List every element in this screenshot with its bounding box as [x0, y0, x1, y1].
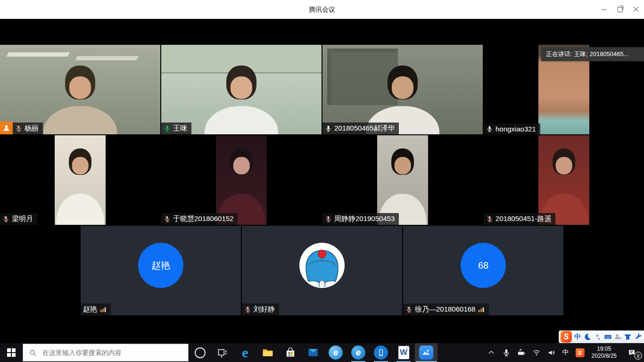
network-signal-icon — [478, 306, 485, 313]
punctuation-mode-toggle[interactable]: °, — [593, 332, 602, 342]
participant-name: 2018050451-路遥 — [495, 214, 551, 223]
video-tile-zhaoyan[interactable]: 赵艳 赵艳 — [81, 226, 241, 315]
window-controls — [596, 0, 644, 19]
participant-name: hongxiao321 — [495, 125, 536, 133]
your-phone-button[interactable] — [370, 343, 392, 362]
tray-chevron-button[interactable] — [485, 343, 498, 362]
participant-label: 杨丽 — [13, 123, 43, 134]
participant-name: 赵艳 — [83, 305, 97, 314]
clock-time: 19:05 — [592, 346, 617, 353]
file-explorer-button[interactable] — [256, 343, 279, 362]
chevron-up-icon — [487, 348, 495, 357]
sogou-logo-icon[interactable]: S — [561, 331, 572, 343]
minimize-button[interactable] — [596, 0, 612, 19]
participant-label: 2018050465郝泽华 — [322, 123, 399, 134]
video-tile-xunai[interactable]: 68 徐乃—2018060168 — [403, 226, 563, 315]
account-icon[interactable] — [613, 332, 622, 342]
task-view-icon — [216, 346, 229, 359]
input-mode-indicator[interactable]: 中 — [560, 343, 571, 362]
participant-video — [55, 135, 106, 225]
participant-label: 周静静2019050453 — [322, 213, 399, 225]
close-button[interactable] — [628, 0, 644, 19]
window-title: 腾讯会议 — [0, 0, 644, 19]
video-tile-yuxiaohui[interactable]: 于晓慧2018060152 — [161, 135, 322, 225]
chinese-mode-toggle[interactable]: 中 — [573, 332, 582, 342]
video-tile-haozehua[interactable]: 2018050465郝泽华 — [322, 45, 483, 134]
member-badge-icon[interactable] — [0, 122, 13, 134]
battery-icon — [517, 348, 526, 357]
tencent-meeting-icon — [419, 346, 433, 360]
task-view-button[interactable] — [211, 343, 234, 362]
tray-wifi-button[interactable] — [530, 343, 543, 362]
edge-button[interactable]: e — [234, 343, 256, 362]
video-tile-luyao[interactable]: 2018050451-路遥 — [484, 135, 644, 225]
minimize-icon — [602, 9, 607, 10]
mail-icon — [307, 346, 319, 359]
mic-on-icon — [486, 125, 493, 132]
search-icon — [29, 349, 37, 357]
clock[interactable]: 19:05 2020/8/25 — [589, 343, 619, 362]
mic-muted-icon — [325, 215, 332, 222]
video-tile-liangmingyue[interactable]: 梁明月 — [0, 135, 160, 225]
skin-tshirt-icon[interactable] — [623, 332, 632, 342]
word-icon: W — [398, 346, 409, 359]
mic-muted-icon — [405, 306, 413, 313]
cortana-button[interactable] — [189, 343, 211, 362]
clock-date: 2020/8/25 — [592, 353, 617, 360]
fullwidth-moon-icon[interactable] — [583, 332, 592, 342]
tray-microphone-button[interactable] — [500, 343, 513, 362]
speaker-icon — [547, 348, 556, 357]
restore-icon — [618, 7, 623, 12]
participant-label: 梁明月 — [0, 213, 37, 225]
participant-name: 徐乃—2018060168 — [415, 305, 475, 314]
title-bar: 腾讯会议 — [0, 0, 644, 19]
participant-label: 于晓慧2018060152 — [161, 213, 238, 225]
meeting-grid: 正在讲话: 王咪; 2018050465... 杨丽 王咪 — [0, 19, 644, 343]
participant-label: 王咪 — [161, 123, 191, 134]
microsoft-store-button[interactable] — [279, 343, 302, 362]
taskbar-search[interactable] — [23, 344, 189, 362]
mail-button[interactable] — [302, 343, 324, 362]
avatar-text: 68 — [478, 260, 488, 271]
mic-muted-icon — [164, 215, 171, 222]
avatar-text: 赵艳 — [151, 259, 170, 272]
participant-video — [216, 135, 267, 225]
avatar — [299, 243, 345, 288]
settings-wrench-icon[interactable] — [634, 332, 643, 342]
video-tile-wangmi[interactable]: 王咪 — [161, 45, 322, 134]
search-input[interactable] — [41, 348, 182, 357]
mic-active-icon — [164, 125, 171, 132]
participant-name: 周静静2019050453 — [334, 214, 395, 223]
participant-video — [0, 45, 160, 134]
wifi-icon — [532, 348, 541, 357]
taskbar: e e e W 中 S 19:05 2020/8/25 2 — [0, 343, 644, 362]
tray-sogou-button[interactable]: S — [573, 343, 587, 362]
participant-video — [161, 45, 322, 134]
participant-label: 刘好静 — [242, 304, 279, 315]
soft-keyboard-icon[interactable] — [603, 332, 612, 342]
close-icon — [633, 7, 639, 12]
sogou-input-toolbar: S 中 °, — [559, 330, 644, 343]
word-button[interactable]: W — [392, 343, 415, 362]
participant-name: 于晓慧2018060152 — [173, 214, 233, 223]
store-icon — [284, 346, 297, 359]
participant-name: 2018050465郝泽华 — [334, 124, 395, 133]
windows-logo-icon — [7, 348, 16, 357]
action-center-button[interactable]: 2 — [621, 343, 642, 362]
participant-video — [377, 135, 428, 225]
avatar: 赵艳 — [138, 243, 183, 288]
video-tile-zhoujingjing[interactable]: 周静静2019050453 — [322, 135, 483, 225]
video-tile-liuhaojing[interactable]: 刘好静 — [242, 226, 402, 315]
participant-name: 杨丽 — [25, 124, 39, 133]
tray-battery-button[interactable] — [515, 343, 528, 362]
start-button[interactable] — [0, 343, 23, 362]
restore-button[interactable] — [612, 0, 628, 19]
file-explorer-icon — [262, 346, 274, 359]
internet-explorer-button[interactable]: e — [324, 343, 347, 362]
browser-button[interactable]: e — [347, 343, 370, 362]
tencent-meeting-button[interactable] — [415, 343, 438, 362]
tray-volume-button[interactable] — [545, 343, 558, 362]
browser-icon: e — [351, 346, 365, 360]
network-signal-icon — [99, 306, 107, 313]
video-tile-yangli[interactable]: 杨丽 — [0, 45, 160, 134]
